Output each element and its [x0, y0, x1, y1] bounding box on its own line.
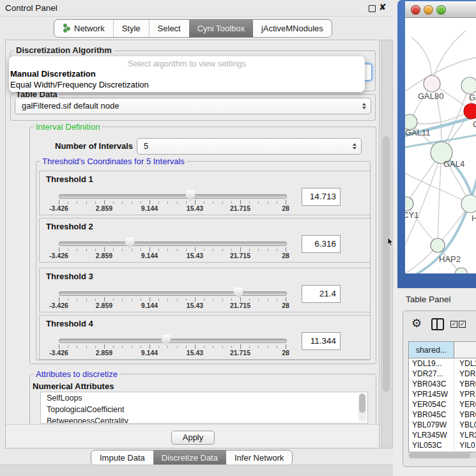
svg-text:GAL80: GAL80 [418, 91, 443, 101]
control-panel-tabs: Network Style Select Cyni Toolbox jActiv… [54, 19, 332, 38]
table-row[interactable]: YIL053CYIL0 [409, 440, 476, 450]
threshold-3-panel: Threshold 3 -3.4262.8599.14415.4321.7152… [39, 268, 371, 312]
slider-axis-labels: -3.4262.8599.14415.4321.71528 [59, 204, 286, 212]
scrollbar-thumb[interactable] [409, 453, 470, 458]
slider-axis-labels: -3.4262.8599.14415.4321.71528 [59, 252, 286, 259]
zoom-traffic-light-icon[interactable] [436, 5, 446, 15]
threshold-4-value-field[interactable]: 11.344 [302, 332, 341, 350]
threshold-2-value-field[interactable]: 6.316 [302, 235, 341, 253]
table-data-value: galFiltered.sif default node [22, 98, 119, 114]
threshold-3-label: Threshold 3 [46, 272, 93, 281]
cyni-toolbox-content: Discretization Algorithm Select algorith… [5, 40, 380, 449]
column-visibility-icons[interactable]: ✓ ✓ [450, 321, 470, 328]
tab-infer-network[interactable]: Infer Network [226, 450, 292, 465]
close-traffic-light-icon[interactable] [411, 5, 420, 15]
number-of-intervals-combobox[interactable]: 5 [137, 138, 362, 155]
threshold-1-slider[interactable] [59, 194, 287, 199]
table-row[interactable]: YBL079WYBL0 [409, 420, 476, 430]
threshold-1-label: Threshold 1 [46, 174, 93, 184]
mouse-cursor [387, 238, 394, 246]
svg-text:C: C [473, 119, 476, 129]
combo-stepper-icon [362, 103, 366, 109]
column-header-shared-name[interactable]: shared... [409, 342, 454, 358]
table-row[interactable]: YDL19...YDL1 [409, 358, 476, 369]
network-icon [63, 24, 71, 33]
checkbox-icon: ✓ [450, 321, 457, 328]
table-row[interactable]: YDR27...YDR2 [409, 369, 476, 379]
table-row[interactable]: YBR045CYBR0 [409, 410, 476, 420]
table-data-combobox[interactable]: galFiltered.sif default node [15, 98, 371, 114]
table-header-row: shared... name [409, 342, 476, 358]
list-item[interactable]: SelfLoops [41, 392, 367, 404]
panel-title: Control Panel [5, 3, 58, 13]
list-item[interactable]: TopologicalCoefficient [41, 404, 367, 415]
option-equal-width-frequency[interactable]: Equal Width/Frequency Discretization [10, 80, 149, 89]
number-of-intervals-label: Number of Intervals [55, 141, 133, 151]
tab-jactivemnodules[interactable]: jActiveMNodules [253, 20, 332, 37]
svg-text:HAP2: HAP2 [439, 254, 461, 264]
svg-text:GCY1: GCY1 [405, 210, 418, 220]
thresholds-group-title: Threshold's Coordinates for 5 Intervals [40, 157, 187, 166]
node-table: shared... name YDL19...YDL1 YDR27...YDR2… [408, 341, 476, 452]
threshold-2-slider[interactable] [59, 242, 287, 246]
apply-band: Apply [6, 424, 379, 449]
algorithm-dropdown-popup: Select algorithm to view settings Manual… [9, 56, 365, 92]
threshold-3-slider[interactable] [59, 291, 287, 296]
float-window-icon[interactable] [369, 5, 376, 12]
algorithm-hint: Select algorithm to view settings [9, 59, 365, 68]
tab-cyni-toolbox[interactable]: Cyni Toolbox [189, 20, 253, 37]
table-row[interactable]: YLR345WYLR3 [409, 430, 476, 440]
list-scrollbar[interactable] [358, 394, 366, 422]
svg-text:GA: GA [469, 93, 476, 102]
column-header-name[interactable]: name [454, 342, 476, 358]
svg-text:GAL11: GAL11 [405, 128, 431, 137]
svg-text:H: H [472, 213, 476, 223]
network-graph: GAL80GACGAL11GAL4GCY1HHAP2 [405, 18, 476, 273]
threshold-4-label: Threshold 4 [46, 319, 93, 328]
slider-axis-labels: -3.4262.8599.14415.4321.71528 [59, 349, 286, 357]
threshold-4-panel: Threshold 4 -3.4262.8599.14415.4321.7152… [39, 315, 371, 360]
tab-network[interactable]: Network [54, 20, 113, 37]
tab-style[interactable]: Style [113, 20, 149, 37]
cyni-bottom-tabs: Impute Data Discretize Data Infer Networ… [91, 450, 293, 466]
tab-impute-data[interactable]: Impute Data [91, 450, 153, 465]
table-panel: ⚙ ✓ ✓ shared... name YDL19...YDL1 YDR27.… [403, 311, 476, 467]
number-of-intervals-value: 5 [144, 139, 148, 154]
control-panel-titlebar: Control Panel ✘ [0, 0, 393, 17]
threshold-2-label: Threshold 2 [46, 222, 93, 231]
combo-stepper-icon [353, 143, 357, 150]
slider-axis-labels: -3.4262.8599.14415.4321.71528 [59, 302, 286, 309]
algorithm-group-title: Discretization Algorithm [14, 45, 114, 55]
tab-discretize-data[interactable]: Discretize Data [153, 450, 226, 465]
attributes-group-title: Attributes to discretize [34, 369, 119, 379]
table-row[interactable]: YER054CYER0 [409, 399, 476, 410]
attributes-listbox: SelfLoops TopologicalCoefficient Between… [40, 392, 368, 424]
threshold-1-panel: Threshold 1 -3.4262.8599.14415.4321.7152… [39, 171, 371, 215]
network-canvas[interactable]: GAL80GACGAL11GAL4GCY1HHAP2 [405, 18, 476, 273]
table-row[interactable]: YBR043CYBR0 [409, 379, 476, 389]
gear-icon[interactable]: ⚙ [411, 316, 422, 330]
numerical-attributes-label: Numerical Attributes [33, 381, 114, 391]
apply-button[interactable]: Apply [171, 431, 215, 445]
control-panel: Control Panel ✘ Network Style Select Cyn… [0, 0, 394, 476]
scrollbar-thumb[interactable] [383, 136, 390, 392]
network-view-window: GAL80GACGAL11GAL4GCY1HHAP2 [397, 0, 476, 288]
threshold-3-value-field[interactable]: 21.4 [302, 285, 341, 303]
split-columns-icon[interactable] [431, 318, 444, 330]
threshold-4-slider[interactable] [59, 339, 287, 343]
network-window-titlebar[interactable] [405, 1, 476, 18]
svg-text:GAL4: GAL4 [443, 159, 464, 169]
interval-definition-title: Interval Definition [34, 122, 102, 132]
list-item[interactable]: BetweennessCentrality [41, 415, 367, 424]
option-manual-discretization[interactable]: Manual Discretization [10, 69, 96, 79]
close-icon[interactable]: ✘ [379, 2, 387, 12]
table-horizontal-scrollbar[interactable] [408, 452, 476, 459]
table-panel-title: Table Panel [406, 295, 451, 304]
bottom-strip [0, 464, 393, 476]
threshold-1-value-field[interactable]: 14.713 [302, 188, 341, 206]
table-row[interactable]: YPR145WYPR1 [409, 389, 476, 399]
threshold-2-panel: Threshold 2 -3.4262.8599.14415.4321.7152… [39, 218, 371, 263]
tab-select[interactable]: Select [149, 20, 189, 37]
minimize-traffic-light-icon[interactable] [424, 5, 433, 15]
checkbox-icon: ✓ [459, 321, 466, 328]
